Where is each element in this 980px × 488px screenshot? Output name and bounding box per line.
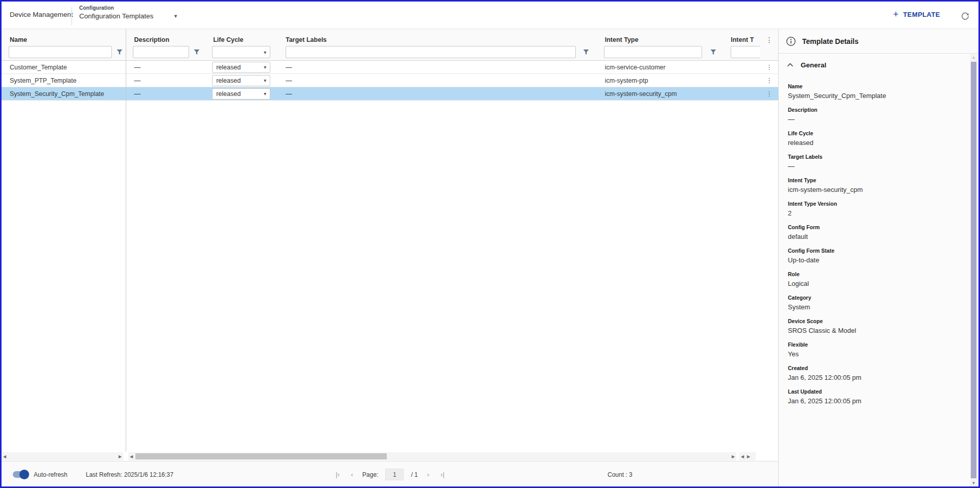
- life-cycle-select[interactable]: released ▾: [212, 75, 270, 86]
- plus-icon: +: [893, 10, 899, 19]
- column-header-target-labels[interactable]: Target Labels: [277, 36, 596, 43]
- refresh-icon[interactable]: [960, 11, 970, 21]
- scroll-left-icon[interactable]: ◀: [739, 454, 745, 459]
- column-header-name[interactable]: Name: [2, 36, 126, 43]
- next-page-icon[interactable]: ›: [425, 471, 431, 478]
- vertical-scroll-thumb[interactable]: [971, 62, 976, 478]
- field-label: Created: [788, 365, 969, 372]
- caret-down-icon: ▾: [264, 78, 266, 83]
- life-cycle-value: released: [216, 64, 241, 71]
- filter-input-intent-type[interactable]: [604, 46, 702, 58]
- detail-field: Description—: [788, 107, 969, 124]
- detail-field: Device ScopeSROS Classic & Model: [788, 318, 969, 335]
- life-cycle-select[interactable]: released ▾: [212, 88, 270, 100]
- prev-page-icon[interactable]: ‹: [349, 471, 355, 478]
- filter-funnel-icon[interactable]: [194, 49, 200, 55]
- scroll-right-icon[interactable]: ▶: [745, 454, 752, 459]
- filter-input-name[interactable]: [9, 46, 112, 58]
- cell-intent-type: icm-system-security_cpm: [596, 90, 727, 97]
- field-label: Name: [788, 83, 969, 90]
- field-label: Life Cycle: [788, 130, 969, 137]
- scroll-down-icon[interactable]: ▼: [970, 481, 977, 485]
- field-value: SROS Classic & Model: [788, 326, 969, 335]
- filter-funnel-icon[interactable]: [710, 49, 716, 55]
- panel-header: Template Details: [779, 29, 978, 54]
- scroll-right-icon[interactable]: ▶: [730, 454, 736, 459]
- scroll-right-icon[interactable]: ▶: [117, 454, 123, 459]
- horizontal-scrollbar-band: ◀ ▶ ◀ ▶ ◀ ▶: [2, 452, 778, 461]
- filter-input-intent-type-version[interactable]: [731, 46, 760, 58]
- detail-fields: NameSystem_Security_Cpm_Template Descrip…: [779, 76, 978, 405]
- scroll-left-icon[interactable]: ◀: [2, 454, 8, 459]
- row-count: Count : 3: [608, 471, 633, 478]
- page-input[interactable]: [385, 469, 404, 480]
- field-value: Up-to-date: [788, 256, 969, 264]
- app-title: Device Management: [10, 11, 73, 18]
- detail-field: NameSystem_Security_Cpm_Template: [788, 83, 969, 100]
- filter-input-description[interactable]: [133, 46, 189, 58]
- life-cycle-value: released: [216, 77, 241, 84]
- cell-target-labels: —: [277, 64, 596, 71]
- view-selector-caret-icon[interactable]: ▾: [174, 13, 177, 19]
- pinned-column-scrollbar[interactable]: ◀ ▶: [2, 452, 123, 460]
- row-kebab-menu-icon[interactable]: ⋮: [760, 90, 778, 97]
- detail-field: Config Formdefault: [788, 224, 969, 241]
- last-page-icon[interactable]: ›|: [438, 471, 447, 478]
- row-kebab-menu-icon[interactable]: ⋮: [760, 63, 778, 71]
- detail-field: CreatedJan 6, 2025 12:00:05 pm: [788, 365, 969, 382]
- cell-target-labels: —: [277, 77, 596, 84]
- field-value: System_Security_Cpm_Template: [788, 91, 969, 100]
- field-value: released: [788, 138, 969, 147]
- field-value: Yes: [788, 350, 969, 358]
- table-row[interactable]: Customer_Template — released ▾ — icm-ser…: [2, 61, 778, 74]
- filter-input-target-labels[interactable]: [286, 46, 576, 58]
- detail-field: Last UpdatedJan 6, 2025 12:00:05 pm: [788, 388, 969, 405]
- detail-field: Config Form StateUp-to-date: [788, 248, 969, 264]
- detail-field: Intent Typeicm-system-security_cpm: [788, 177, 969, 194]
- field-label: Device Scope: [788, 318, 969, 325]
- scroll-up-icon[interactable]: ▲: [970, 55, 977, 60]
- horizontal-scroll-thumb[interactable]: [135, 453, 387, 459]
- table-settings-kebab-icon[interactable]: ⋮: [760, 36, 778, 43]
- cell-name: System_Security_Cpm_Template: [2, 90, 126, 97]
- cell-description: —: [126, 64, 211, 71]
- filter-select-life-cycle[interactable]: ▾: [212, 46, 270, 58]
- view-selector[interactable]: Configuration Configuration Templates: [79, 5, 153, 20]
- caret-down-icon: ▾: [264, 91, 266, 96]
- caret-down-icon: ▾: [264, 50, 266, 55]
- table-row[interactable]: System_PTP_Template — released ▾ — icm-s…: [2, 74, 778, 87]
- last-refresh-text: Last Refresh: 2025/1/6 12:16:37: [86, 471, 173, 478]
- cell-intent-type: icm-service-customer: [596, 64, 727, 71]
- field-label: Last Updated: [788, 388, 969, 395]
- field-label: Config Form: [788, 224, 969, 231]
- add-template-button[interactable]: + TEMPLATE: [893, 10, 940, 19]
- detail-field: FlexibleYes: [788, 341, 969, 358]
- field-value: default: [788, 232, 969, 241]
- scroll-left-icon[interactable]: ◀: [128, 454, 134, 459]
- column-header-life-cycle[interactable]: Life Cycle: [211, 36, 277, 43]
- section-title: General: [801, 61, 826, 69]
- row-kebab-menu-icon[interactable]: ⋮: [760, 77, 778, 84]
- main-horizontal-scrollbar[interactable]: ◀ ▶: [128, 452, 736, 460]
- pinned-column-divider: [126, 29, 126, 452]
- column-header-intent-type-version[interactable]: Intent T: [727, 36, 760, 43]
- cell-description: —: [126, 77, 211, 84]
- general-section-header[interactable]: General: [779, 54, 978, 76]
- templates-table: Name Description Life Cycle Target Label…: [2, 29, 778, 452]
- detail-field: Target Labels—: [788, 154, 969, 170]
- filter-funnel-icon[interactable]: [116, 49, 123, 55]
- panel-vertical-scrollbar[interactable]: ▲ ▼: [970, 54, 977, 486]
- column-header-description[interactable]: Description: [126, 36, 211, 43]
- auto-refresh-toggle[interactable]: [13, 471, 28, 478]
- table-body: Customer_Template — released ▾ — icm-ser…: [2, 61, 778, 101]
- column-header-intent-type[interactable]: Intent Type: [596, 36, 727, 43]
- table-row-selected[interactable]: System_Security_Cpm_Template — released …: [2, 87, 778, 101]
- life-cycle-select[interactable]: released ▾: [212, 62, 270, 73]
- page-label: Page:: [362, 471, 378, 478]
- first-page-icon[interactable]: |‹: [334, 471, 342, 478]
- auto-refresh-label: Auto-refresh: [34, 471, 67, 478]
- cell-intent-type: icm-system-ptp: [596, 77, 727, 84]
- filter-funnel-icon[interactable]: [583, 49, 589, 55]
- cell-target-labels: —: [277, 90, 596, 97]
- right-pinned-scrollbar[interactable]: ◀ ▶: [739, 452, 756, 460]
